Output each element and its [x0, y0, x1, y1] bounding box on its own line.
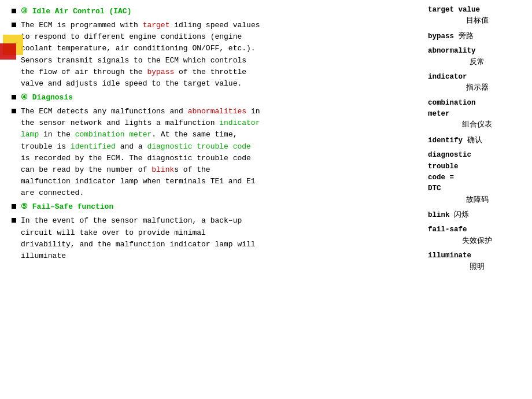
- text-segment: idling speed: [169, 21, 232, 29]
- bullet-text-content: The ECM is programmed with target idling…: [21, 20, 260, 90]
- text-segment: identified: [71, 142, 116, 151]
- text-segment: blink: [152, 165, 174, 174]
- sidebar-english-line: meter: [428, 109, 526, 120]
- bullet-marker: [12, 204, 16, 209]
- text-segment: circuit will take over to provide minima…: [21, 228, 206, 237]
- text-segment: target value: [183, 79, 238, 88]
- text-segment: abnormalities: [188, 107, 246, 116]
- sidebar-english: indicator: [428, 72, 526, 83]
- section-heading: ④ Diagnosis: [21, 93, 73, 102]
- sidebar-english: abnormality: [428, 46, 526, 57]
- sidebar-english: blink: [428, 211, 454, 219]
- bullet-text-content: ④ Diagnosis: [21, 92, 73, 104]
- sidebar-english-line: trouble: [428, 161, 526, 172]
- sidebar-english: target value: [428, 5, 526, 16]
- bullet-item: ④ Diagnosis: [12, 92, 413, 104]
- text-segment: Sensors transmit signals to the ECM whic…: [21, 56, 246, 65]
- text-segment: of the throttle: [174, 68, 246, 76]
- sidebar-chinese: 确认: [467, 136, 482, 145]
- bullet-text-content: ⑤ Fail–Safe function: [21, 201, 113, 213]
- sidebar-chinese: 目标值: [428, 16, 526, 27]
- text-segment: bypass: [147, 68, 174, 76]
- sidebar-entry: fail-safe失效保护: [428, 224, 526, 247]
- bullet-text-content: In the event of the sensor malfunction, …: [21, 215, 256, 262]
- sidebar-english-line: code =: [428, 172, 526, 183]
- bullet-text-content: ③ Idle Air Control (IAC): [21, 6, 131, 17]
- bullet-item: ⑤ Fail–Safe function: [12, 201, 413, 213]
- text-segment: are connected.: [21, 189, 84, 197]
- decorative-squares: [0, 35, 35, 69]
- text-segment: in the: [39, 130, 75, 139]
- text-segment: is recorded by the ECM. The diagnostic t…: [21, 154, 251, 162]
- sidebar-english: fail-safe: [428, 224, 526, 235]
- sidebar-entry: combination meter组合仪表: [428, 98, 526, 131]
- sidebar-entry: diagnostic trouble code = DTC故障码: [428, 150, 526, 206]
- sidebar-english: bypass: [428, 32, 459, 40]
- sidebar-entry: abnormality反常: [428, 46, 526, 68]
- sidebar-inline-entry: identify 确认: [428, 135, 526, 146]
- text-segment: target: [143, 21, 170, 29]
- main-content: ③ Idle Air Control (IAC)The ECM is progr…: [0, 0, 422, 399]
- text-segment: . At the same time,: [152, 130, 237, 139]
- sidebar-chinese: 闪烁: [454, 210, 469, 219]
- red-square: [0, 43, 16, 60]
- text-segment: indicator: [219, 119, 260, 127]
- bullet-text-content: The ECM detects any malfunctions and abn…: [21, 106, 260, 199]
- text-segment: to respond to different engine condition…: [21, 32, 242, 41]
- text-segment: .: [237, 79, 242, 88]
- text-segment: The ECM detects any malfunctions and: [21, 107, 188, 116]
- text-segment: combination meter: [75, 130, 152, 139]
- sidebar-english-line: DTC: [428, 183, 526, 194]
- text-segment: and a: [116, 142, 147, 151]
- sidebar-chinese: 故障码: [428, 195, 526, 206]
- sidebar-english-line: combination: [428, 98, 526, 109]
- sidebar-entry: blink 闪烁: [428, 209, 526, 221]
- bullet-item: ③ Idle Air Control (IAC): [12, 6, 413, 17]
- sidebar-chinese: 组合仪表: [428, 120, 526, 131]
- sidebar-inline-entry: bypass 旁路: [428, 31, 526, 42]
- sidebar-entry: target value目标值: [428, 5, 526, 27]
- bullet-marker: [12, 95, 16, 99]
- bullet-item: In the event of the sensor malfunction, …: [12, 215, 413, 262]
- text-segment: illuminate: [21, 252, 66, 260]
- sidebar-entry: bypass 旁路: [428, 31, 526, 42]
- sidebar-english: identify: [428, 136, 467, 145]
- text-segment: The ECM is programmed with: [21, 21, 143, 29]
- sidebar-chinese: 反常: [428, 57, 526, 68]
- section-heading: ⑤ Fail–Safe function: [21, 202, 113, 211]
- text-segment: can be read by the number of: [21, 165, 152, 174]
- sidebar-entry: indicator指示器: [428, 72, 526, 94]
- sidebar-glossary: target value目标值bypass 旁路abnormality反常ind…: [422, 0, 532, 399]
- text-segment: the sensor network and lights a malfunct…: [21, 119, 219, 127]
- text-segment: In the event of the sensor malfunction, …: [21, 216, 242, 225]
- text-segment: malfunction indicator lamp when terminal…: [21, 177, 256, 186]
- bullet-marker: [12, 109, 16, 113]
- text-segment: coolant temperature, air conditioning ON…: [21, 44, 256, 53]
- text-segment: the flow of air through the: [21, 68, 147, 76]
- sidebar-chinese: 指示器: [428, 83, 526, 94]
- text-segment: lamp: [21, 130, 39, 139]
- text-segment: trouble is: [21, 142, 71, 151]
- bullet-marker: [12, 9, 16, 13]
- text-segment: drivability, and the malfunction indicat…: [21, 240, 256, 249]
- bullet-item: The ECM is programmed with target idling…: [12, 20, 413, 90]
- text-segment: valve and adjusts idle speed to the: [21, 79, 183, 88]
- section-heading: ③ Idle Air Control (IAC): [21, 7, 131, 16]
- sidebar-chinese: 失效保护: [428, 236, 526, 247]
- sidebar-chinese: 照明: [428, 262, 526, 273]
- text-segment: values: [233, 21, 260, 29]
- sidebar-entry: identify 确认: [428, 135, 526, 146]
- sidebar-chinese: 旁路: [459, 32, 474, 40]
- text-segment: in: [246, 107, 260, 116]
- text-segment: s of the: [174, 165, 210, 174]
- sidebar-inline-entry: blink 闪烁: [428, 209, 526, 221]
- sidebar-english: illuminate: [428, 250, 526, 261]
- bullet-marker: [12, 23, 16, 27]
- sidebar-english-line: diagnostic: [428, 150, 526, 161]
- bullet-item: The ECM detects any malfunctions and abn…: [12, 106, 413, 199]
- bullet-marker: [12, 218, 16, 223]
- sidebar-entry: illuminate照明: [428, 250, 526, 273]
- text-segment: diagnostic trouble code: [147, 142, 250, 151]
